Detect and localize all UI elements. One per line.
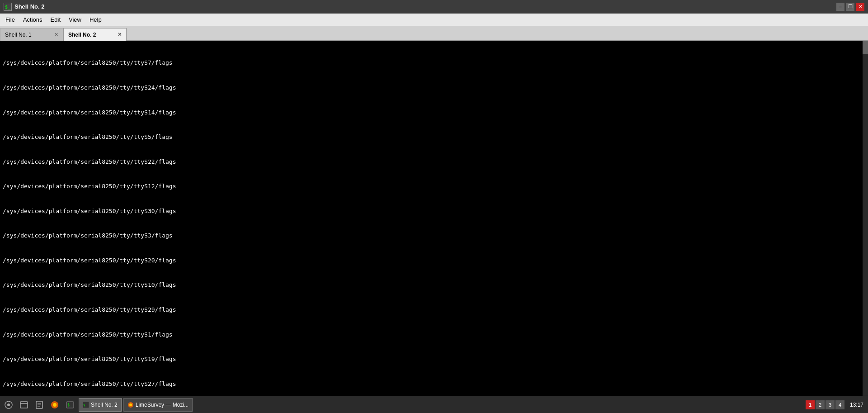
terminal-line: /sys/devices/platform/serial8250/tty/tty… [3,256,865,265]
tab-shell-2-close[interactable]: ✕ [118,32,122,38]
svg-text:$_: $_ [83,404,87,407]
svg-text:$_: $_ [5,5,11,10]
terminal-content: /sys/devices/platform/serial8250/tty/tty… [3,43,865,396]
tab-shell-2-label: Shell No. 2 [68,32,114,38]
taskbar-right: 1 2 3 4 13:17 [806,400,866,409]
taskbar-app-shell2-label: Shell No. 2 [91,402,118,408]
tab-shell-1[interactable]: Shell No. 1 ✕ [0,28,63,41]
terminal-line: /sys/devices/platform/serial8250/tty/tty… [3,133,865,141]
tab-bar: Shell No. 1 ✕ Shell No. 2 ✕ [0,26,868,41]
taskbar-terminal2-icon[interactable]: $_ [63,398,77,412]
menu-edit[interactable]: Edit [47,15,64,24]
terminal-line: /sys/devices/platform/serial8250/tty/tty… [3,59,865,67]
terminal-line: /sys/devices/platform/serial8250/tty/tty… [3,355,865,363]
svg-point-3 [7,404,10,406]
taskbar-time: 13:17 [847,402,866,408]
terminal-line: /sys/devices/platform/serial8250/tty/tty… [3,182,865,190]
menu-help[interactable]: Help [86,15,105,24]
terminal-line: /sys/devices/platform/serial8250/tty/tty… [3,158,865,166]
terminal-line: /sys/devices/platform/serial8250/tty/tty… [3,281,865,289]
taskbar-settings-icon[interactable] [2,398,15,412]
terminal-line: /sys/devices/platform/serial8250/tty/tty… [3,331,865,339]
window-controls: − ❐ ✕ [836,3,864,11]
maximize-button[interactable]: ❐ [846,3,854,11]
menu-actions[interactable]: Actions [19,15,46,24]
svg-text:$_: $_ [67,403,72,407]
terminal-area[interactable]: /sys/devices/platform/serial8250/tty/tty… [0,41,868,396]
taskbar-files-icon[interactable] [17,398,31,412]
terminal-line: /sys/devices/platform/serial8250/tty/tty… [3,84,865,92]
taskbar-app-limesurvey[interactable]: LimeSurvey — Mozi... [123,398,193,412]
tab-shell-1-label: Shell No. 1 [5,32,51,38]
close-button[interactable]: ✕ [856,3,864,11]
svg-point-17 [129,404,132,406]
taskbar-editor-icon[interactable] [33,398,46,412]
terminal-line: /sys/devices/platform/serial8250/tty/tty… [3,207,865,215]
title-bar: $_ Shell No. 2 − ❐ ✕ [0,0,868,14]
scrollbar[interactable] [863,41,868,396]
taskbar: $_ $_ Shell No. 2 LimeSurvey — Mozi... 1… [0,396,868,413]
terminal-line: /sys/devices/platform/serial8250/tty/tty… [3,306,865,314]
tab-shell-2[interactable]: Shell No. 2 ✕ [63,28,127,41]
terminal-line: /sys/devices/platform/serial8250/tty/tty… [3,232,865,240]
title-bar-left: $_ Shell No. 2 [4,3,44,11]
taskbar-app-limesurvey-label: LimeSurvey — Mozi... [136,402,189,408]
taskbar-firefox-icon[interactable] [48,398,61,412]
menu-bar: File Actions Edit View Help [0,14,868,26]
svg-rect-4 [20,402,28,408]
minimize-button[interactable]: − [836,3,844,11]
workspace-4[interactable]: 4 [835,400,844,409]
menu-file[interactable]: File [2,15,19,24]
workspace-badges: 1 2 3 4 [806,400,844,409]
terminal-line: /sys/devices/platform/serial8250/tty/tty… [3,380,865,388]
scrollbar-thumb[interactable] [863,41,868,54]
window-title: Shell No. 2 [14,3,44,10]
workspace-1[interactable]: 1 [806,400,815,409]
svg-point-11 [53,403,57,407]
terminal-line: /sys/devices/platform/serial8250/tty/tty… [3,109,865,117]
taskbar-app-shell2[interactable]: $_ Shell No. 2 [79,398,122,412]
terminal-app-icon: $_ [4,3,12,11]
menu-view[interactable]: View [65,15,85,24]
workspace-2[interactable]: 2 [816,400,825,409]
workspace-3[interactable]: 3 [826,400,835,409]
tab-shell-1-close[interactable]: ✕ [54,32,58,38]
